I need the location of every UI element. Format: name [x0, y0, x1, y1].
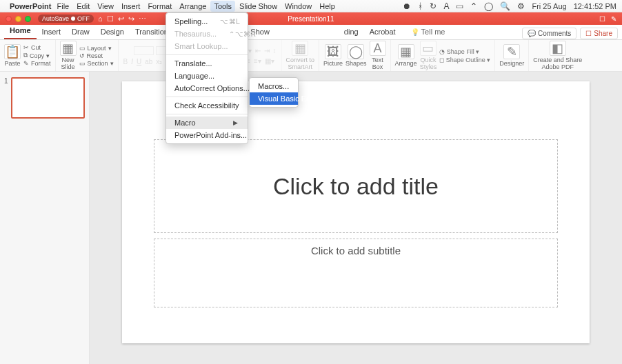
- quick-styles-button[interactable]: ▭Quick Styles: [420, 41, 437, 70]
- tab-acrobat[interactable]: Acrobat: [364, 25, 401, 39]
- camera-icon[interactable]: ⏺: [403, 1, 411, 11]
- mi-smart-lookup: Smart Lookup...: [166, 40, 248, 52]
- new-slide-button[interactable]: ▦New Slide: [60, 41, 77, 70]
- mi-macros[interactable]: Macros...: [250, 80, 298, 92]
- new-slide-label: New Slide: [61, 57, 75, 70]
- minimize-window-icon[interactable]: [15, 16, 21, 22]
- menubar-time[interactable]: 12:41:52 PM: [574, 2, 616, 10]
- autosave-label: AutoSave: [42, 15, 69, 22]
- close-window-icon[interactable]: [6, 16, 12, 22]
- menu-slideshow[interactable]: Slide Show: [239, 2, 277, 10]
- menu-insert[interactable]: Insert: [121, 2, 141, 10]
- designer-icon: ✎: [503, 44, 520, 59]
- menubar-date[interactable]: Fri 25 Aug: [532, 2, 566, 10]
- bluetooth-icon[interactable]: ᚼ: [418, 1, 423, 11]
- comments-button[interactable]: 💬 Comments: [522, 28, 576, 39]
- convert-smartart-button[interactable]: ▦Convert to SmartArt: [286, 41, 315, 70]
- document-title: Presentation11: [288, 15, 334, 23]
- share-label: Share: [594, 30, 612, 37]
- menu-arrange[interactable]: Arrange: [179, 2, 206, 10]
- copy-button[interactable]: ⧉ Copy ▾: [23, 52, 51, 59]
- traffic-lights: [0, 16, 31, 22]
- tell-me[interactable]: Tell me: [405, 25, 451, 39]
- undo-icon[interactable]: ↩: [118, 14, 124, 23]
- arrange-icon: ▦: [398, 44, 414, 59]
- app-name[interactable]: PowerPoint: [10, 2, 52, 10]
- new-slide-icon: ▦: [60, 41, 77, 56]
- picture-icon: 🖼: [325, 44, 341, 59]
- mi-translate[interactable]: Translate...: [166, 57, 248, 70]
- shapes-icon: ◯: [348, 44, 364, 59]
- tab-home[interactable]: Home: [4, 23, 37, 39]
- menu-window[interactable]: Window: [285, 2, 312, 10]
- toggle-dot-icon: [71, 17, 75, 21]
- mi-autocorrect[interactable]: AutoCorrect Options...: [166, 82, 248, 94]
- menubar-status: ⏺ ᚼ ↻ A ▭ ⌃ ◯ 🔍 ⚙ Fri 25 Aug 12:41:52 PM: [403, 1, 616, 11]
- shape-fill-button[interactable]: ◔ Shape Fill ▾: [439, 48, 490, 55]
- clipboard-icon: 📋: [4, 44, 21, 59]
- reset-button[interactable]: ↺ Reset: [79, 52, 114, 59]
- subtitle-placeholder[interactable]: Click to add subtitle: [154, 239, 558, 307]
- mi-thesaurus: Thesaurus...⌃⌥⌘R: [166, 28, 248, 40]
- search-icon[interactable]: 🔍: [500, 1, 510, 11]
- slide-thumbnail-pane[interactable]: 1: [0, 72, 90, 364]
- adobe-pdf-button[interactable]: ◧Create and Share Adobe PDF: [533, 41, 582, 70]
- paste-button[interactable]: 📋Paste: [4, 44, 21, 67]
- tab-insert[interactable]: Insert: [37, 25, 67, 39]
- menu-help[interactable]: Help: [319, 2, 335, 10]
- chevron-right-icon: ▶: [233, 119, 238, 126]
- ribbon-toggle-icon[interactable]: ☐: [599, 15, 605, 23]
- section-button[interactable]: ▭ Section ▾: [79, 60, 114, 67]
- tab-draw[interactable]: Draw: [66, 25, 95, 39]
- slide-thumbnail-1[interactable]: [11, 77, 85, 119]
- menu-format[interactable]: Format: [148, 2, 172, 10]
- shape-outline-button[interactable]: ◻ Shape Outline ▾: [439, 57, 490, 63]
- home-icon[interactable]: ⌂: [98, 14, 103, 23]
- share-button[interactable]: ☐ Share: [580, 28, 618, 39]
- mi-vb-editor[interactable]: Visual Basic Editor: [250, 92, 298, 105]
- format-painter-button[interactable]: ✎ Format: [23, 60, 51, 67]
- smartart-icon: ▦: [292, 41, 308, 56]
- title-placeholder[interactable]: Click to add title: [154, 139, 558, 233]
- shapes-button[interactable]: ◯Shapes: [345, 44, 367, 67]
- ribbon-tabs: Home Insert Draw Design Transitions Anim…: [0, 25, 622, 40]
- picture-button[interactable]: 🖼Picture: [323, 44, 343, 67]
- wifi-icon[interactable]: ⌃: [470, 1, 477, 11]
- layout-button[interactable]: ▭ Layout ▾: [79, 45, 114, 52]
- user-icon[interactable]: ◯: [484, 1, 493, 11]
- window-titlebar: AutoSave OFF ⌂ ☐ ↩ ↪ ⋯ Presentation11 ☐ …: [0, 12, 622, 25]
- menu-edit[interactable]: Edit: [77, 2, 90, 10]
- autosave-toggle[interactable]: AutoSave OFF: [38, 14, 94, 23]
- fullscreen-window-icon[interactable]: [25, 16, 31, 22]
- quick-access: AutoSave OFF ⌂ ☐ ↩ ↪ ⋯: [38, 14, 146, 23]
- textbox-button[interactable]: AText Box: [370, 41, 386, 70]
- paste-label: Paste: [4, 60, 20, 67]
- designer-button[interactable]: ✎Designer: [499, 44, 524, 67]
- mi-macro[interactable]: Macro▶: [166, 117, 248, 129]
- mi-check-accessibility[interactable]: Check Accessibility: [166, 99, 248, 112]
- tab-design[interactable]: Design: [95, 25, 130, 39]
- adobe-icon: ◧: [550, 41, 566, 56]
- menu-tools[interactable]: Tools: [210, 1, 235, 12]
- battery-icon[interactable]: ▭: [456, 1, 463, 11]
- send-icon[interactable]: ✎: [611, 15, 616, 23]
- tools-menu: Spelling...⌥⌘L Thesaurus...⌃⌥⌘R Smart Lo…: [165, 12, 248, 144]
- textbox-icon: A: [370, 41, 386, 56]
- arrange-button[interactable]: ▦Arrange: [395, 44, 417, 67]
- tab-recording-partial[interactable]: ding: [339, 25, 364, 39]
- mi-spelling[interactable]: Spelling...⌥⌘L: [166, 15, 248, 28]
- control-center-icon[interactable]: ⚙: [517, 1, 525, 11]
- refresh-icon[interactable]: ↻: [430, 1, 437, 11]
- keyboard-icon[interactable]: A: [443, 1, 449, 11]
- cut-button[interactable]: ✂ Cut: [23, 44, 51, 51]
- redo-icon[interactable]: ↪: [128, 14, 134, 23]
- macro-submenu: Macros... Visual Basic Editor: [249, 77, 299, 108]
- mi-addins[interactable]: PowerPoint Add-ins...: [166, 129, 248, 141]
- menu-view[interactable]: View: [97, 2, 114, 10]
- save-icon[interactable]: ☐: [107, 14, 114, 23]
- slide-number: 1: [4, 77, 8, 119]
- autosave-state: OFF: [77, 15, 90, 22]
- mi-language[interactable]: Language...: [166, 70, 248, 82]
- menu-file[interactable]: File: [57, 2, 70, 10]
- more-icon[interactable]: ⋯: [139, 14, 146, 23]
